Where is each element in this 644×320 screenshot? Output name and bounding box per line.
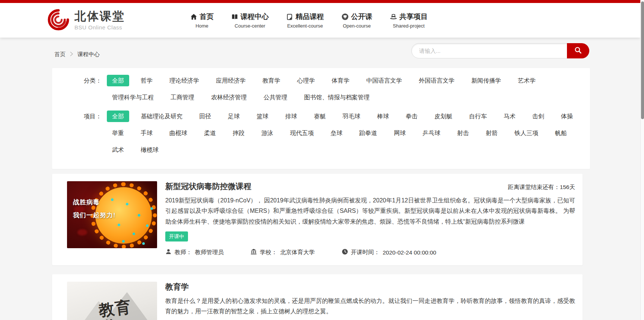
school-value: 北京体育大学 <box>280 249 315 256</box>
nav-label-en: Home <box>190 23 214 29</box>
nav-item-course-center[interactable]: 课程中心 Course-center <box>231 12 269 29</box>
filter-chip[interactable]: 理论经济学 <box>164 75 204 86</box>
filter-chip[interactable]: 垒球 <box>325 127 348 139</box>
filter-row: 武术橄榄球 <box>107 144 583 156</box>
filter-row: 管理科学与工程工商管理农林经济管理公共管理图书馆、情报与档案管理 <box>107 92 583 103</box>
filter-chip[interactable]: 网球 <box>389 127 411 139</box>
filter-chip[interactable]: 武术 <box>107 144 129 156</box>
filter-chip[interactable]: 哲学 <box>136 75 158 86</box>
filter-chip[interactable]: 羽毛球 <box>337 111 366 122</box>
certificate-icon <box>286 13 293 20</box>
thumbnail-slogan: 战胜病毒 我们一起努力! <box>73 196 116 222</box>
school-label: 学校： <box>260 249 277 256</box>
filter-chip[interactable]: 基础理论及研究 <box>136 111 188 122</box>
filter-chip[interactable]: 排球 <box>280 111 302 122</box>
filter-chip[interactable]: 马术 <box>498 111 521 122</box>
filter-chip[interactable]: 乒乓球 <box>417 127 446 139</box>
filter-chip[interactable]: 体育学 <box>326 75 355 86</box>
top-accent-bar <box>0 0 640 3</box>
filter-chip[interactable]: 铁人三项 <box>509 127 543 139</box>
search-button[interactable] <box>567 43 589 58</box>
nav-label-en: Open-course <box>341 23 372 29</box>
site-header: 北体课堂 BSU Online Class 首页 Home 课程中心 Cours… <box>0 3 640 38</box>
scrollbar-track[interactable] <box>640 0 644 320</box>
meta-start-time: 开课时间： 2020-02-24 00:00:00 <box>342 249 436 256</box>
filter-chip[interactable]: 公共管理 <box>258 92 293 103</box>
filter-chip[interactable]: 心理学 <box>292 75 320 86</box>
logo-swirl-icon <box>48 9 69 32</box>
start-time-value: 2020-02-24 00:00:00 <box>383 249 436 256</box>
nav-label-en: Shared-project <box>390 23 428 29</box>
course-title[interactable]: 教育学 <box>165 282 189 292</box>
start-time-label: 开课时间： <box>351 249 380 256</box>
filter-chip[interactable]: 举重 <box>107 127 129 139</box>
filter-chip[interactable]: 曲棍球 <box>164 127 192 139</box>
course-card: 战胜病毒 我们一起努力! 新型冠状病毒防控微课程 距离课堂结束还有：156天 2… <box>52 174 583 265</box>
filter-chip[interactable]: 柔道 <box>199 127 221 139</box>
filter-chip[interactable]: 橄榄球 <box>136 144 164 156</box>
virus-background-blobs <box>77 229 87 236</box>
filter-chip[interactable]: 新闻传播学 <box>466 75 506 86</box>
filter-chip[interactable]: 工商管理 <box>165 92 200 103</box>
filter-chip[interactable]: 体操 <box>556 111 578 122</box>
main-nav: 首页 Home 课程中心 Course-center 精品课程 Excellen… <box>190 12 428 29</box>
meta-school: 学校： 北京体育大学 <box>251 249 315 256</box>
filter-chip[interactable]: 击剑 <box>527 111 549 122</box>
page-content: 首页 课程中心 分类： 全部哲学理论经济学应用经济学教育学心理学体育学中国语言文… <box>0 38 640 320</box>
clock-icon <box>342 249 348 256</box>
filter-group-project: 项目： 全部基础理论及研究田径足球篮球排球赛艇羽毛球棒球拳击皮划艇自行车马术击剑… <box>52 111 583 161</box>
search-icon <box>574 46 582 55</box>
filter-chip[interactable]: 外国语言文学 <box>414 75 460 86</box>
filter-chip[interactable]: 教育学 <box>257 75 286 86</box>
scrollbar-thumb[interactable] <box>641 1 644 119</box>
filter-chip[interactable]: 棒球 <box>372 111 394 122</box>
filter-chip[interactable]: 全部 <box>107 111 129 122</box>
filter-chip[interactable]: 自行车 <box>464 111 492 122</box>
filter-chip[interactable]: 跆拳道 <box>354 127 382 139</box>
filter-chip[interactable]: 农林经济管理 <box>206 92 252 103</box>
course-title[interactable]: 新型冠状病毒防控微课程 <box>165 181 251 192</box>
filter-chip[interactable]: 皮划艇 <box>429 111 458 122</box>
filter-chip[interactable]: 艺术学 <box>513 75 541 86</box>
filter-chip[interactable]: 现代五项 <box>285 127 319 139</box>
course-description: 2019新型冠状病毒（2019-nCoV）， 因2019年武汉病毒性肺炎病例而被… <box>165 195 575 227</box>
filter-row: 举重手球曲棍球柔道摔跤游泳现代五项垒球跆拳道网球乒乓球射击射箭铁人三项帆船 <box>107 127 583 139</box>
filter-chip[interactable]: 射击 <box>452 127 474 139</box>
filter-chip[interactable]: 游泳 <box>256 127 278 139</box>
filter-group-label: 分类： <box>84 75 102 108</box>
filter-panel: 分类： 全部哲学理论经济学应用经济学教育学心理学体育学中国语言文学外国语言文学新… <box>52 68 590 169</box>
nav-label-zh: 首页 <box>200 12 214 22</box>
filter-chip[interactable]: 田径 <box>194 111 216 122</box>
brand-subtitle: BSU Online Class <box>74 24 125 31</box>
teacher-value: 教师管理员 <box>195 249 224 256</box>
filter-chip[interactable]: 图书馆、情报与档案管理 <box>299 92 375 103</box>
site-logo[interactable]: 北体课堂 BSU Online Class <box>48 9 125 32</box>
filter-chip[interactable]: 全部 <box>107 75 129 86</box>
filter-chip[interactable]: 管理科学与工程 <box>107 92 159 103</box>
filter-row: 全部哲学理论经济学应用经济学教育学心理学体育学中国语言文学外国语言文学新闻传播学… <box>107 75 583 86</box>
course-thumbnail[interactable]: 战胜病毒 我们一起努力! <box>67 181 157 248</box>
shared-project-icon <box>390 13 397 20</box>
filter-chip[interactable]: 拳击 <box>401 111 423 122</box>
course-thumbnail[interactable]: 教育学 <box>67 282 157 320</box>
nav-item-shared-project[interactable]: 共享项目 Shared-project <box>390 12 428 29</box>
filter-chip[interactable]: 帆船 <box>550 127 572 139</box>
thumbnail-calligraphy: 教育学 <box>98 298 138 320</box>
nav-label-en: Excellent-course <box>286 23 324 29</box>
search-input[interactable] <box>411 43 589 58</box>
filter-chip[interactable]: 篮球 <box>251 111 274 122</box>
school-icon <box>251 249 257 256</box>
course-countdown: 距离课堂结束还有：156天 <box>508 183 575 191</box>
filter-chip[interactable]: 射箭 <box>481 127 503 139</box>
nav-item-excellent-course[interactable]: 精品课程 Excellent-course <box>286 12 324 29</box>
nav-item-open-course[interactable]: 公开课 Open-course <box>341 12 372 29</box>
filter-chip[interactable]: 手球 <box>136 127 158 139</box>
nav-label-zh: 共享项目 <box>399 12 428 22</box>
filter-chip[interactable]: 赛艇 <box>309 111 331 122</box>
filter-chip[interactable]: 中国语言文学 <box>361 75 407 86</box>
filter-chip[interactable]: 摔跤 <box>227 127 250 139</box>
filter-chip[interactable]: 应用经济学 <box>211 75 251 86</box>
nav-item-home[interactable]: 首页 Home <box>190 12 214 29</box>
breadcrumb-home[interactable]: 首页 <box>54 51 66 58</box>
filter-chip[interactable]: 足球 <box>223 111 245 122</box>
